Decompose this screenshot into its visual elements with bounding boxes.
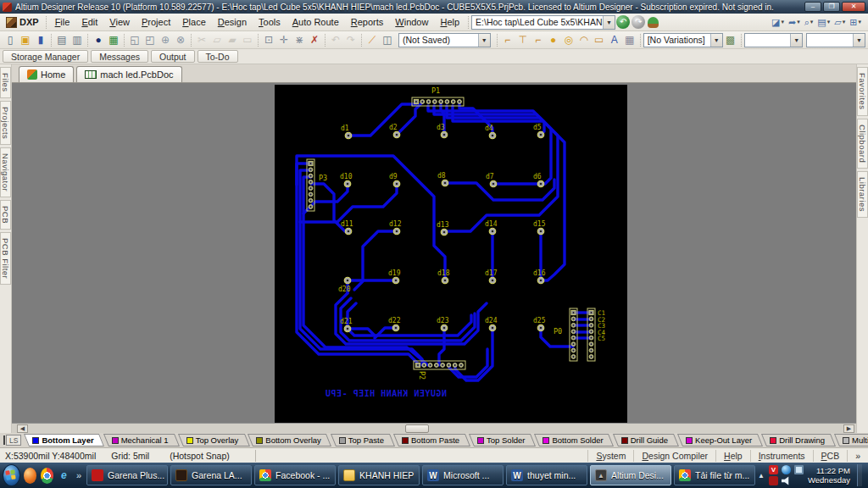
menu-item-edit[interactable]: Edit [75,14,103,30]
pad-d8[interactable]: d8 [437,172,448,186]
zoom-selected-icon[interactable]: ⊗ [173,32,188,47]
scroll-right-arrow[interactable]: ▶ [843,424,854,433]
navigate-back-button[interactable]: ↶ [616,15,630,29]
board-icon[interactable]: ▦ [106,32,121,47]
layer-tab-keep-out-layer[interactable]: Keep-Out Layer [680,434,760,446]
via-icon[interactable]: ◎ [561,32,576,47]
notification-icon[interactable] [769,476,778,485]
pad-d23[interactable]: d23 [437,317,449,331]
cut-icon[interactable]: ✂ [194,32,209,47]
paste-special-icon[interactable]: ▭ [240,32,255,47]
pad-d18[interactable]: d18 [437,269,450,284]
save-icon[interactable]: ▮ [33,32,48,47]
print-preview-icon[interactable]: ▥ [70,32,85,47]
network-globe-icon[interactable] [782,465,791,474]
copper-trace-0[interactable] [348,104,416,136]
panel-tab-storage-manager[interactable]: Storage Manager [3,50,88,63]
chevron-down-icon[interactable]: ▼ [603,16,615,29]
menu-item-file[interactable]: File [49,14,76,30]
string-icon[interactable]: A [607,32,622,47]
pad-d4[interactable]: d4 [485,125,496,139]
layer-tab-bottom-paste[interactable]: Bottom Paste [396,434,468,446]
pad-d2[interactable]: d2 [389,124,400,138]
fill-icon[interactable]: ▭ [592,32,607,47]
left-panel-tab-projects[interactable]: Projects [0,101,11,145]
volume-icon[interactable] [782,476,791,485]
active-layer-swatch[interactable] [3,435,5,445]
menu-item-tools[interactable]: Tools [253,14,287,30]
3d-view-icon[interactable]: ● [91,32,106,47]
pad-d16[interactable]: d16 [533,269,546,284]
new-document-icon[interactable]: ▯ [3,32,18,47]
navigate-forward-button[interactable]: ↷ [632,15,645,29]
internet-explorer-icon[interactable]: e [58,468,70,484]
arc-icon[interactable]: ◠ [576,32,592,47]
status-button-design-compiler[interactable]: Design Compiler [633,450,715,462]
select-area-icon[interactable]: ⊡ [261,32,276,47]
task-button-thuyet-min-[interactable]: Wthuyet min... [506,465,587,485]
layer-tab-bottom-layer[interactable]: Bottom Layer [26,434,102,446]
status-button-help[interactable]: Help [715,450,750,462]
task-button-t-i-file-t-m-[interactable]: Tải file từ m... [674,465,755,485]
clear-filter-icon[interactable]: ⋇ [292,32,307,47]
grid-icon[interactable]: ⊞▾ [848,16,863,29]
pad-d11[interactable]: d11 [341,220,353,235]
layer-tab-top-solder[interactable]: Top Solder [471,434,533,446]
right-panel-tab-libraries[interactable]: Libraries [857,171,868,218]
open-folder-icon[interactable]: ▣ [18,32,33,47]
cross-probe-icon[interactable]: ◫ [380,32,395,47]
task-button-garena-la-[interactable]: Garena LA... [170,465,252,485]
empty-combo-1[interactable]: ▼ [744,33,804,47]
route-tee-icon[interactable]: ⊤ [515,32,531,47]
panel-icon[interactable]: ▤▾ [815,16,832,29]
copper-trace-24[interactable] [348,303,471,336]
pad-icon[interactable]: ● [546,32,561,47]
pad-d20[interactable]: d20 [338,277,351,293]
left-panel-tab-pcb[interactable]: PCB [0,200,11,230]
chevron-down-icon[interactable]: ▼ [853,34,865,47]
layer-tab-bottom-overlay[interactable]: Bottom Overlay [250,434,329,446]
layer-set-button[interactable]: LS [6,435,21,446]
firefox-icon[interactable] [24,468,36,484]
menu-item-auto-route[interactable]: Auto Route [287,14,345,30]
taskbar-clock[interactable]: 11:22 PM Wednesday [808,466,850,485]
panel-tab-messages[interactable]: Messages [91,50,148,63]
pad-d14[interactable]: d14 [485,220,498,235]
zoom-document-icon[interactable]: ◱ [127,32,142,47]
route-diff-icon[interactable]: ⌐ [531,32,546,47]
pad-d1[interactable]: d1 [341,125,352,139]
header-P0[interactable]: P0 [554,308,577,361]
board-view-icon[interactable]: ◪▾ [770,16,786,29]
document-tab-home[interactable]: Home [19,66,74,82]
chevron-down-icon[interactable]: ▼ [790,34,802,47]
search-icon[interactable]: ⌕▾ [803,16,815,29]
left-panel-tab-navigator[interactable]: Navigator [0,147,11,197]
copper-trace-27[interactable] [439,328,444,365]
panel-tab-output[interactable]: Output [151,50,195,63]
quicklaunch-chevron[interactable]: » [74,470,84,480]
close-button[interactable]: ✕ [842,2,865,12]
scroll-left-arrow[interactable]: ◀ [17,424,28,433]
tray-expand-icon[interactable]: ▲ [758,472,765,480]
layer-tab-bottom-solder[interactable]: Bottom Solder [537,434,611,446]
menu-item-place[interactable]: Place [176,14,212,30]
pcb-workspace[interactable]: P1P3P2P0d1d2d3d4d5d10d9d8d7d6d11d12d13d1… [12,83,856,423]
document-icon[interactable]: ➦▾ [787,16,802,29]
pcb-document-canvas[interactable]: P1P3P2P0d1d2d3d4d5d10d9d8d7d6d11d12d13d1… [275,85,627,423]
layer-tab-top-overlay[interactable]: Top Overlay [181,434,248,446]
pad-d17[interactable]: d17 [485,269,498,284]
task-button-garena-plus-[interactable]: Garena Plus... [86,465,168,485]
layer-tab-drill-drawing[interactable]: Drill Drawing [764,434,833,446]
task-button-facebook-[interactable]: Facebook - ... [254,465,336,485]
copy-icon[interactable]: ▱ [209,32,225,47]
layer-tab-mechanical-1[interactable]: Mechanical 1 [106,434,177,446]
show-desktop-button[interactable] [857,464,862,486]
unikey-icon[interactable]: V [769,465,778,474]
task-button-microsoft-[interactable]: WMicrosoft ... [422,465,504,485]
header-c-bank[interactable] [587,308,595,361]
move-icon[interactable]: ✛ [276,32,292,47]
menu-item-view[interactable]: View [103,14,136,30]
horizontal-scrollbar[interactable]: ◀ ▶ [12,423,856,433]
zoom-in-icon[interactable]: ⊕ [158,32,173,47]
layer-tab-drill-guide[interactable]: Drill Guide [615,434,676,446]
